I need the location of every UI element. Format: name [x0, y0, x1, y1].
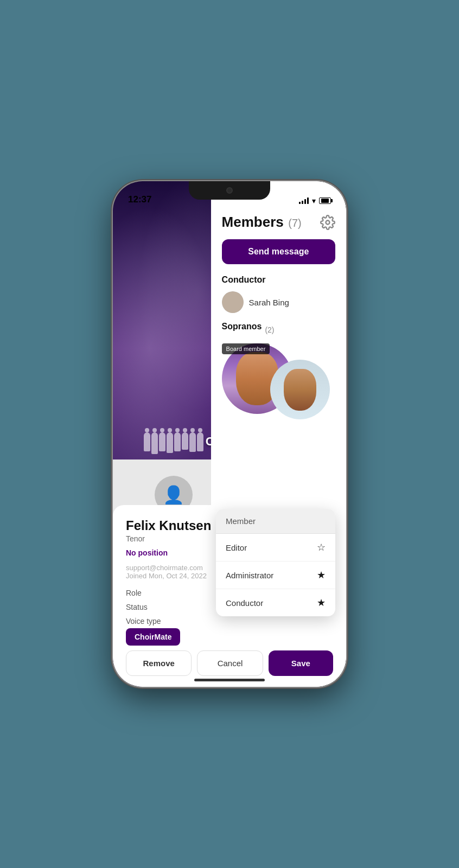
send-message-button[interactable]: Send message — [222, 239, 335, 264]
status-icons: ▾ — [299, 196, 331, 205]
soprano-photo-2[interactable] — [270, 360, 330, 419]
editor-star-icon: ☆ — [317, 541, 326, 553]
members-title-group: Members (7) — [222, 214, 302, 231]
home-indicator — [194, 679, 265, 681]
member-photos: Board member — [222, 343, 335, 425]
sopranos-section-title: Sopranos — [222, 322, 262, 331]
members-count: (7) — [288, 217, 301, 229]
wifi-icon: ▾ — [312, 196, 316, 205]
conductor-row[interactable]: Sarah Bing — [222, 291, 335, 313]
sopranos-count: (2) — [265, 326, 274, 334]
administrator-star-icon: ★ — [317, 569, 326, 581]
phone-frame: 12:37 ▾ — [113, 181, 346, 687]
signal-bars-icon — [299, 197, 309, 204]
board-member-badge: Board member — [222, 343, 270, 354]
camera — [226, 187, 233, 194]
dropdown-item-administrator[interactable]: Administrator ★ — [216, 561, 335, 589]
screen: 12:37 ▾ — [113, 181, 346, 687]
dropdown-conductor-label: Conductor — [226, 598, 263, 608]
conductor-avatar — [222, 291, 244, 313]
dropdown-editor-label: Editor — [226, 543, 247, 552]
dropdown-item-conductor[interactable]: Conductor ★ — [216, 589, 335, 616]
dropdown-header: Member — [216, 509, 335, 534]
notch — [189, 181, 270, 200]
members-header: Members (7) — [222, 214, 335, 231]
cancel-button[interactable]: Cancel — [197, 650, 263, 676]
settings-icon[interactable] — [320, 215, 335, 230]
save-button[interactable]: Save — [269, 650, 333, 676]
conductor-star-icon: ★ — [317, 597, 326, 609]
battery-icon — [319, 197, 331, 204]
role-dropdown: Member Editor ☆ Administrator ★ Conducto… — [216, 509, 335, 616]
status-time: 12:37 — [128, 194, 151, 205]
voice-type-field-label: Voice type — [126, 617, 175, 626]
person-icon: 👤 — [163, 484, 184, 505]
conductor-section-title: Conductor — [222, 275, 335, 285]
dropdown-administrator-label: Administrator — [226, 571, 273, 580]
status-label: Status — [126, 603, 175, 611]
dropdown-item-editor[interactable]: Editor ☆ — [216, 534, 335, 561]
sopranos-header: Sopranos (2) — [222, 322, 335, 338]
svg-point-0 — [326, 220, 330, 224]
action-buttons: Remove Cancel Save — [126, 650, 333, 676]
members-title: Members — [222, 214, 284, 230]
remove-button[interactable]: Remove — [126, 650, 192, 676]
voice-type-field-row: Voice type — [126, 617, 333, 626]
choirmate-badge: ChoirMate — [126, 628, 180, 646]
role-label: Role — [126, 589, 175, 597]
conductor-name: Sarah Bing — [249, 298, 289, 307]
